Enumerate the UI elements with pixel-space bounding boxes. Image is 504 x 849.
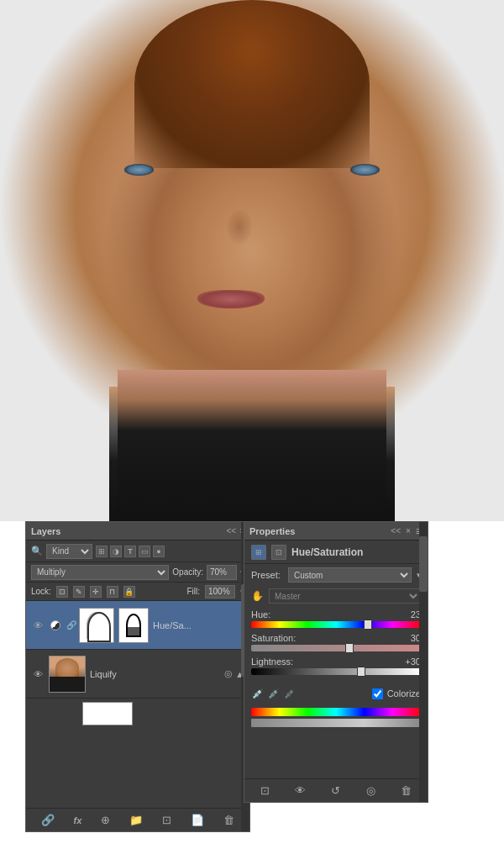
layers-bottom-bar: 🔗 fx ⊕ 📁 ⊡ 📄 🗑 bbox=[26, 808, 249, 831]
layer-link-icon-hue: 🔗 bbox=[66, 620, 75, 630]
props-mask-btn[interactable]: ⊡ bbox=[260, 784, 270, 797]
eyedropper-subtract-icon[interactable]: 💉 bbox=[267, 687, 281, 700]
properties-bottom-bar: ⊡ 👁 ↺ ◎ 🗑 bbox=[244, 778, 428, 802]
white-square-layer[interactable]: 👁 bbox=[26, 699, 249, 729]
smart-filter-badge: ◎ bbox=[224, 668, 233, 679]
adjustment-header: ⊞ ⊡ Hue/Saturation bbox=[244, 541, 428, 564]
lightness-label: Lightness: bbox=[251, 657, 293, 667]
lock-row: Lock: ⊡ ✎ ✛ ⊓ 🔒 Fill: 100% ▾ bbox=[26, 583, 249, 601]
search-icon: 🔍 bbox=[31, 546, 43, 556]
saturation-label: Saturation: bbox=[251, 633, 296, 643]
white-square-thumb bbox=[82, 702, 133, 725]
properties-titlebar: Properties << × ≡ bbox=[244, 522, 428, 541]
props-eye-btn[interactable]: ◎ bbox=[366, 784, 375, 797]
color-bars-section bbox=[244, 704, 428, 731]
sliders-section: Hue: 23 Saturation: 30 bbox=[244, 606, 428, 683]
layers-list: 👁 🔗 Hue/Sa... bbox=[26, 601, 249, 729]
props-titlebar-left: Properties bbox=[249, 526, 295, 536]
layers-title: Layers bbox=[31, 526, 60, 536]
props-reset-btn[interactable]: ↺ bbox=[331, 784, 340, 797]
pixel-filter-icon[interactable]: ⊞ bbox=[96, 546, 108, 557]
props-titlebar-right: << × ≡ bbox=[391, 525, 423, 538]
layer-eye-hue-sat[interactable]: 👁 bbox=[31, 619, 45, 632]
kind-dropdown[interactable]: Kind bbox=[46, 544, 92, 559]
blend-mode-dropdown[interactable]: Multiply bbox=[31, 565, 169, 580]
fx-btn[interactable]: fx bbox=[74, 815, 82, 825]
lightness-thumb[interactable] bbox=[357, 667, 365, 677]
layers-collapse-btn[interactable]: << bbox=[226, 526, 236, 535]
preset-label: Preset: bbox=[251, 570, 283, 580]
layer-thumb-hue-sat bbox=[79, 608, 114, 643]
hue-slider-header: Hue: 23 bbox=[251, 609, 421, 620]
hand-tool-icon[interactable]: ✋ bbox=[251, 590, 264, 602]
saturation-slider-header: Saturation: 30 bbox=[251, 633, 421, 643]
layer-type-icon-hue bbox=[49, 608, 62, 643]
new-group-btn[interactable]: 📁 bbox=[129, 814, 143, 826]
layer-name-liquify: Liquify bbox=[90, 669, 220, 679]
lock-paint-icon[interactable]: ✎ bbox=[73, 586, 85, 598]
props-scrollbar[interactable] bbox=[419, 522, 428, 802]
smart-filter-icon[interactable]: ● bbox=[153, 546, 165, 557]
lock-label: Lock: bbox=[31, 587, 51, 596]
layer-eye-liquify[interactable]: 👁 bbox=[31, 667, 45, 681]
saturation-slider-row: Saturation: 30 bbox=[251, 633, 421, 651]
blend-mode-row: Multiply Opacity: 70% ▾ bbox=[26, 562, 249, 583]
props-delete-btn[interactable]: 🗑 bbox=[401, 784, 412, 797]
photo-canvas bbox=[0, 0, 504, 521]
lightness-slider-header: Lightness: +30 bbox=[251, 657, 421, 667]
eyedropper-icons: 💉 💉 💉 bbox=[251, 687, 297, 700]
colorize-label: Colorize bbox=[387, 688, 421, 699]
adjustment-icon-btn[interactable]: ⊞ bbox=[251, 545, 266, 560]
hue-label: Hue: bbox=[251, 609, 270, 620]
link-layers-btn[interactable]: 🔗 bbox=[41, 814, 55, 826]
lock-all-icon[interactable]: 🔒 bbox=[123, 586, 135, 598]
lightness-slider[interactable] bbox=[251, 668, 421, 675]
props-close-btn[interactable]: × bbox=[406, 526, 411, 535]
opacity-label: Opacity: bbox=[172, 567, 203, 577]
adjustment-filter-icon[interactable]: ◑ bbox=[110, 546, 122, 557]
master-dropdown[interactable]: Master bbox=[269, 588, 421, 604]
lock-position-icon[interactable]: ✛ bbox=[90, 586, 102, 598]
saturation-slider[interactable] bbox=[251, 645, 421, 651]
layer-name-hue-sat: Hue/Sa... bbox=[153, 620, 244, 630]
hue-slider[interactable] bbox=[251, 621, 421, 628]
props-scrollbar-thumb bbox=[419, 536, 428, 593]
mask-icon-btn[interactable]: ⊡ bbox=[271, 545, 286, 560]
eyedropper-icon[interactable]: 💉 bbox=[283, 687, 297, 700]
hue-thumb[interactable] bbox=[364, 620, 372, 630]
lock-transparent-icon[interactable]: ⊡ bbox=[56, 586, 68, 598]
hue-sat-title: Hue/Saturation bbox=[291, 546, 363, 558]
layer-item-liquify[interactable]: 👁 Liquify ◎ ▲ bbox=[26, 650, 249, 699]
preset-dropdown[interactable]: Custom bbox=[288, 567, 412, 583]
fill-label: Fill: bbox=[186, 587, 200, 596]
layer-mask-hue-sat bbox=[118, 608, 149, 643]
props-visibility-btn[interactable]: 👁 bbox=[295, 784, 306, 797]
props-collapse-btn[interactable]: << bbox=[391, 526, 401, 535]
layer-thumb-liquify bbox=[49, 656, 86, 693]
eyedropper-add-icon[interactable]: 💉 bbox=[251, 687, 265, 700]
panels-area: Layers << × 🔍 Kind ⊞ ◑ T ▭ ● Multiply bbox=[0, 513, 504, 849]
add-mask-btn[interactable]: ⊡ bbox=[162, 814, 171, 826]
delete-layer-btn[interactable]: 🗑 bbox=[223, 814, 234, 826]
fill-value[interactable]: 100% bbox=[205, 585, 235, 599]
properties-panel: Properties << × ≡ ⊞ ⊡ Hue/Saturation Pre… bbox=[244, 521, 428, 803]
layers-titlebar: Layers << × bbox=[26, 522, 249, 541]
opacity-value[interactable]: 70% bbox=[207, 565, 237, 580]
hue-slider-row: Hue: 23 bbox=[251, 609, 421, 628]
type-filter-icon[interactable]: T bbox=[124, 546, 136, 557]
color-spectrum-bar bbox=[251, 708, 421, 716]
layers-panel: Layers << × 🔍 Kind ⊞ ◑ T ▭ ● Multiply bbox=[25, 521, 250, 832]
layers-filter-row: 🔍 Kind ⊞ ◑ T ▭ ● bbox=[26, 541, 249, 562]
saturation-thumb[interactable] bbox=[345, 643, 354, 653]
colorize-checkbox[interactable] bbox=[372, 688, 383, 699]
shape-filter-icon[interactable]: ▭ bbox=[139, 546, 150, 557]
colorize-row: 💉 💉 💉 Colorize bbox=[244, 683, 428, 704]
lock-artboard-icon[interactable]: ⊓ bbox=[107, 586, 118, 598]
layer-item-hue-sat[interactable]: 👁 🔗 Hue/Sa... bbox=[26, 601, 249, 650]
lightness-slider-row: Lightness: +30 bbox=[251, 657, 421, 675]
new-layer-btn[interactable]: 📄 bbox=[191, 814, 204, 826]
new-fill-btn[interactable]: ⊕ bbox=[101, 814, 110, 826]
portrait-image bbox=[0, 0, 504, 521]
properties-title: Properties bbox=[249, 526, 295, 536]
preset-row: Preset: Custom ▾ bbox=[244, 564, 428, 586]
